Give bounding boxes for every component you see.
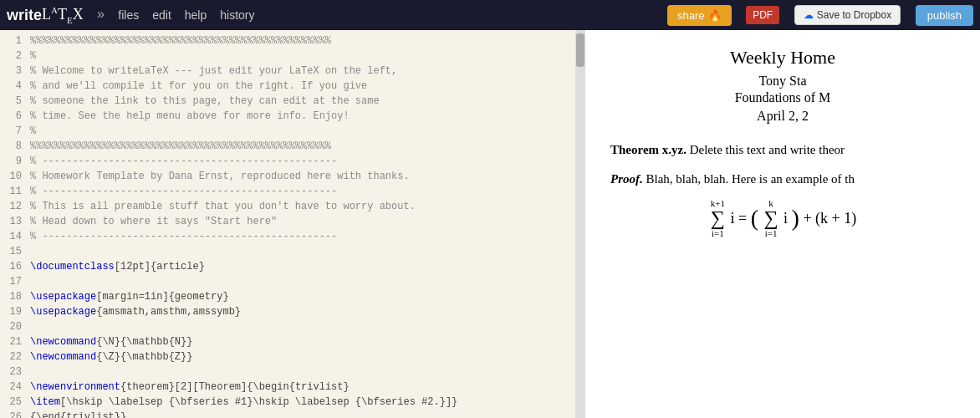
inner-sum-lower: i=1 [765,228,778,238]
share-label: share [677,9,705,22]
nav-history[interactable]: history [215,5,259,25]
nav-files[interactable]: files [113,5,144,25]
navbar: write LATEX » files edit help history sh… [0,0,980,30]
math-inner-sum: k ∑ i=1 [763,198,778,238]
sum-var: i = [730,210,747,227]
logo-latex: LATEX [42,5,84,25]
nav-arrow: » [97,8,105,23]
inner-sum-symbol: ∑ [763,208,778,228]
nav-help[interactable]: help [180,5,212,25]
publish-button[interactable]: publish [916,5,973,26]
publish-label: publish [927,9,962,22]
preview-theorem: Theorem x.yz. Delete this text and write… [610,140,955,160]
dropbox-icon: ☁ [804,9,814,21]
paren-open: ( [751,205,758,231]
preview-proof: Proof. Blah, blah, blah. Here is an exam… [610,170,955,189]
logo-write: write [7,7,42,24]
preview-course: Foundations of M [610,90,955,105]
preview-date: April 2, 2 [610,109,955,124]
line-numbers: 12345 678910 1112131415 1617181920 21222… [0,30,27,418]
share-button[interactable]: share 🔥 [667,5,732,26]
main-area: 12345 678910 1112131415 1617181920 21222… [0,30,980,418]
inner-var: i [783,210,788,227]
sum-symbol: ∑ [711,208,725,228]
nav-edit[interactable]: edit [147,5,176,25]
dropbox-label: Save to Dropbox [817,9,891,21]
math-formula: k+1 ∑ i=1 i = ( k ∑ i=1 i ) + (k + 1) [610,198,955,238]
preview-title: Weekly Home [610,47,955,69]
proof-text: Blah, blah, blah. Here is an example of … [643,172,855,186]
theorem-label: Theorem x.yz. [610,143,687,156]
editor-panel: 12345 678910 1112131415 1617181920 21222… [0,30,585,418]
pdf-icon[interactable]: PDF [746,6,779,24]
dropbox-button[interactable]: ☁ Save to Dropbox [794,5,901,25]
proof-label: Proof. [610,172,643,186]
code-editor[interactable]: %%%%%%%%%%%%%%%%%%%%%%%%%%%%%%%%%%%%%%%%… [27,30,575,418]
theorem-text: Delete this text and write theor [687,143,845,156]
sum-lower: i=1 [712,228,724,238]
editor-content: 12345 678910 1112131415 1617181920 21222… [0,30,585,418]
scrollbar-thumb[interactable] [576,33,584,67]
preview-panel: Weekly Home Tony Sta Foundations of M Ap… [585,30,980,418]
editor-scrollbar[interactable] [575,30,585,418]
math-plus: + (k + 1) [803,210,856,227]
preview-author: Tony Sta [610,74,955,89]
logo: write LATEX [7,5,84,25]
paren-close: ) [792,205,799,231]
math-sum: k+1 ∑ i=1 [711,198,725,238]
share-icon: 🔥 [708,9,722,22]
